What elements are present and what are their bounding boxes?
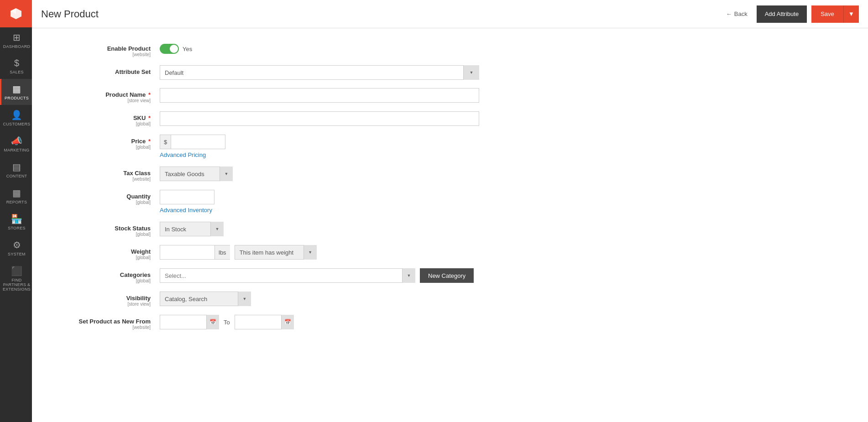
form-content: Enable Product [website] Yes Attribute S… [32, 28, 868, 422]
price-input[interactable] [171, 135, 225, 149]
categories-input[interactable] [160, 268, 415, 283]
label-wrap-visibility: Visibility [store view] [59, 292, 160, 307]
advanced-pricing-link[interactable]: Advanced Pricing [160, 151, 841, 158]
attribute-set-select[interactable]: Default [160, 65, 479, 80]
categories-select-wrapper [160, 268, 415, 283]
weight-unit: lbs [214, 245, 230, 260]
form-row-price: Price * [global] $ Advanced Pricing [59, 135, 841, 158]
categories-wrap: New Category [160, 268, 841, 283]
sidebar-item-sales[interactable]: $ SALES [0, 53, 32, 79]
new-from-control: 📅 To 📅 [160, 315, 841, 329]
product-name-label: Product Name * [105, 91, 151, 98]
weight-scope: [global] [59, 255, 151, 260]
sku-input[interactable] [160, 111, 479, 126]
attribute-set-label: Attribute Set [115, 68, 151, 75]
stores-icon: 🏪 [11, 214, 22, 224]
categories-control: New Category [160, 268, 841, 283]
marketing-icon: 📣 [11, 135, 22, 146]
enable-product-value: Yes [183, 46, 192, 52]
quantity-scope: [global] [59, 200, 151, 205]
attribute-set-control: Default [160, 65, 841, 80]
products-icon: ▦ [12, 83, 21, 94]
weight-control: lbs This item has weight This item has n… [160, 245, 841, 260]
tax-class-scope: [website] [59, 177, 151, 182]
sidebar-item-content[interactable]: ▤ CONTENT [0, 157, 32, 183]
stock-status-control: In Stock Out of Stock [160, 222, 841, 236]
price-label: Price * [131, 138, 151, 145]
weight-type-select[interactable]: This item has weight This item has no we… [235, 245, 317, 260]
sidebar-item-stores[interactable]: 🏪 STORES [0, 209, 32, 235]
advanced-inventory-link[interactable]: Advanced Inventory [160, 207, 841, 214]
form-row-stock-status: Stock Status [global] In Stock Out of St… [59, 222, 841, 237]
sidebar-item-label: PRODUCTS [5, 96, 29, 100]
new-category-button[interactable]: New Category [420, 268, 474, 283]
enable-product-toggle[interactable] [160, 44, 179, 54]
label-wrap-enable: Enable Product [website] [59, 42, 160, 57]
price-scope: [global] [59, 145, 151, 150]
label-wrap-sku: SKU * [global] [59, 111, 160, 126]
topbar: New Product ← Back Add Attribute Save ▼ [32, 0, 868, 28]
weight-wrap: lbs This item has weight This item has n… [160, 245, 841, 260]
form-row-quantity: Quantity [global] Advanced Inventory [59, 190, 841, 214]
attribute-set-select-wrapper: Default [160, 65, 479, 80]
extensions-icon: ⬛ [11, 266, 22, 276]
reports-icon: ▦ [12, 188, 21, 198]
sidebar-item-label: MARKETING [4, 148, 29, 152]
dashboard-icon: ⊞ [13, 32, 21, 43]
sidebar-item-marketing[interactable]: 📣 MARKETING [0, 131, 32, 157]
sidebar-item-label: SALES [10, 70, 24, 74]
stock-status-select-wrapper: In Stock Out of Stock [160, 222, 224, 236]
main-area: New Product ← Back Add Attribute Save ▼ … [32, 0, 868, 422]
sidebar-item-products[interactable]: ▦ PRODUCTS [0, 79, 32, 105]
form-row-enable-product: Enable Product [website] Yes [59, 42, 841, 57]
form-row-new-from: Set Product as New From [website] 📅 To 📅 [59, 315, 841, 330]
sidebar-item-dashboard[interactable]: ⊞ DASHBOARD [0, 27, 32, 53]
sidebar-item-label: STORES [8, 226, 26, 230]
save-dropdown-button[interactable]: ▼ [843, 5, 859, 23]
stock-status-scope: [global] [59, 232, 151, 237]
weight-input[interactable] [160, 245, 214, 260]
visibility-control: Not Visible Individually Catalog Search … [160, 292, 841, 306]
sidebar-item-reports[interactable]: ▦ REPORTS [0, 183, 32, 209]
date-from-wrapper: 📅 [160, 315, 219, 329]
sidebar-item-customers[interactable]: 👤 CUSTOMERS [0, 105, 32, 131]
add-attribute-button[interactable]: Add Attribute [757, 5, 807, 23]
product-name-input[interactable] [160, 88, 479, 103]
calendar-to-icon[interactable]: 📅 [281, 315, 294, 329]
visibility-scope: [store view] [59, 302, 151, 307]
quantity-input[interactable] [160, 190, 214, 204]
back-arrow-icon: ← [726, 10, 732, 17]
sidebar: ⊞ DASHBOARD $ SALES ▦ PRODUCTS 👤 CUSTOME… [0, 0, 32, 422]
sidebar-item-label: REPORTS [6, 200, 27, 204]
form-row-attribute-set: Attribute Set Default [59, 65, 841, 80]
visibility-select[interactable]: Not Visible Individually Catalog Search … [160, 292, 251, 306]
label-wrap-quantity: Quantity [global] [59, 190, 160, 205]
enable-product-control: Yes [160, 42, 841, 54]
label-wrap-stock-status: Stock Status [global] [59, 222, 160, 237]
quantity-control: Advanced Inventory [160, 190, 841, 214]
date-to-wrapper: 📅 [235, 315, 294, 329]
sku-scope: [global] [59, 121, 151, 126]
sidebar-item-label: CUSTOMERS [3, 122, 30, 126]
sidebar-item-extensions[interactable]: ⬛ FIND PARTNERS & EXTENSIONS [0, 261, 32, 296]
sidebar-item-label: SYSTEM [8, 252, 26, 256]
logo[interactable] [0, 0, 32, 27]
form-row-weight: Weight [global] lbs This item has weight… [59, 245, 841, 260]
weight-type-select-wrapper: This item has weight This item has no we… [235, 245, 317, 260]
chevron-down-icon: ▼ [848, 10, 854, 17]
system-icon: ⚙ [13, 240, 21, 250]
sidebar-item-label: CONTENT [6, 174, 27, 178]
topbar-actions: ← Back Add Attribute Save ▼ [722, 5, 859, 23]
back-button[interactable]: ← Back [722, 8, 752, 20]
price-control: $ Advanced Pricing [160, 135, 841, 158]
save-button[interactable]: Save [811, 5, 843, 23]
enable-product-scope: [website] [59, 52, 151, 57]
categories-scope: [global] [59, 278, 151, 283]
visibility-select-wrapper: Not Visible Individually Catalog Search … [160, 292, 251, 306]
calendar-from-icon[interactable]: 📅 [206, 315, 219, 329]
stock-status-select[interactable]: In Stock Out of Stock [160, 222, 224, 236]
product-name-scope: [store view] [59, 98, 151, 103]
tax-class-select[interactable]: Taxable Goods [160, 167, 233, 181]
price-wrap: $ [160, 135, 841, 149]
sidebar-item-system[interactable]: ⚙ SYSTEM [0, 235, 32, 261]
